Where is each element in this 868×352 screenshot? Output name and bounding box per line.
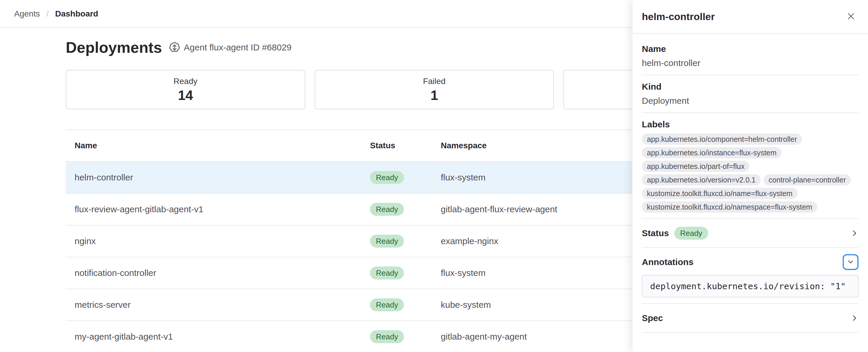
label-chip: kustomize.toolkit.fluxcd.io/namespace=fl… <box>642 201 817 213</box>
resource-details-drawer: helm-controller Name helm-controller Kin… <box>632 0 868 352</box>
section-spec-heading: Spec <box>642 313 663 324</box>
column-header-name: Name <box>66 141 370 150</box>
drawer-body: Name helm-controller Kind Deployment Lab… <box>632 34 868 333</box>
section-labels-heading: Labels <box>642 119 859 130</box>
section-spec[interactable]: Spec <box>642 304 859 333</box>
row-name-cell: my-agent-gitlab-agent-v1 <box>66 332 370 342</box>
row-name-cell: notification-controller <box>66 268 370 278</box>
section-name: Name helm-controller <box>642 37 859 75</box>
summary-card-value: 1 <box>431 88 438 102</box>
status-badge: Ready <box>370 266 404 280</box>
section-name-value: helm-controller <box>642 58 859 69</box>
summary-card: Ready 14 <box>66 70 305 109</box>
chevron-down-icon <box>847 258 854 266</box>
kubernetes-agent-icon <box>168 41 181 53</box>
annotations-collapse-button[interactable] <box>843 254 859 270</box>
close-button[interactable] <box>843 9 859 25</box>
status-badge: Ready <box>370 298 404 311</box>
agent-label: Agent flux-agent ID #68029 <box>184 42 291 53</box>
row-name-cell: helm-controller <box>66 172 370 183</box>
section-annotations: Annotations deployment.kubernetes.io/rev… <box>642 248 859 304</box>
status-badge: Ready <box>370 203 404 216</box>
drawer-header: helm-controller <box>632 0 868 34</box>
label-chip: control-plane=controller <box>764 174 851 186</box>
section-labels: Labels app.kubernetes.io/component=helm-… <box>642 113 859 219</box>
breadcrumb-agents[interactable]: Agents <box>14 9 40 19</box>
column-header-status: Status <box>370 141 441 150</box>
section-kind-value: Deployment <box>642 95 859 106</box>
annotations-code-block: deployment.kubernetes.io/revision: "1" <box>642 275 859 297</box>
labels-chip-rows: app.kubernetes.io/component=helm-control… <box>642 133 859 213</box>
chip-row: kustomize.toolkit.fluxcd.io/name=flux-sy… <box>642 188 798 199</box>
section-kind-heading: Kind <box>642 81 859 92</box>
row-status-cell: Ready <box>370 203 441 216</box>
chevron-right-icon[interactable] <box>850 229 859 237</box>
chip-row: app.kubernetes.io/instance=flux-system <box>642 147 782 158</box>
status-badge: Ready <box>370 235 404 248</box>
drawer-title: helm-controller <box>642 11 715 23</box>
close-icon <box>846 12 855 22</box>
section-name-heading: Name <box>642 43 859 55</box>
label-chip: app.kubernetes.io/version=v2.0.1 <box>642 174 761 186</box>
chip-row: kustomize.toolkit.fluxcd.io/namespace=fl… <box>642 201 817 213</box>
status-badge: Ready <box>370 330 404 343</box>
chip-row: app.kubernetes.io/component=helm-control… <box>642 133 802 145</box>
chip-row: app.kubernetes.io/part-of=flux <box>642 161 749 172</box>
row-status-cell: Ready <box>370 266 441 280</box>
row-name-cell: nginx <box>66 236 370 246</box>
row-status-cell: Ready <box>370 298 441 311</box>
section-status[interactable]: Status Ready <box>642 219 859 248</box>
row-name-cell: flux-review-agent-gitlab-agent-v1 <box>66 204 370 214</box>
breadcrumb-separator: / <box>46 9 49 19</box>
agent-info: Agent flux-agent ID #68029 <box>168 41 291 53</box>
summary-card-label: Failed <box>423 77 445 86</box>
page-title: Deployments <box>66 38 162 57</box>
row-status-cell: Ready <box>370 330 441 343</box>
section-status-heading: Status <box>642 228 669 239</box>
chip-row: app.kubernetes.io/version=v2.0.1control-… <box>642 174 851 186</box>
section-annotations-heading: Annotations <box>642 256 693 268</box>
row-status-cell: Ready <box>370 235 441 248</box>
row-status-cell: Ready <box>370 171 441 184</box>
label-chip: kustomize.toolkit.fluxcd.io/name=flux-sy… <box>642 188 798 199</box>
label-chip: app.kubernetes.io/instance=flux-system <box>642 147 782 158</box>
status-badge: Ready <box>370 171 404 184</box>
summary-card-label: Ready <box>174 77 197 86</box>
row-name-cell: metrics-server <box>66 300 370 310</box>
summary-card-value: 14 <box>178 88 193 102</box>
drawer-status-badge: Ready <box>674 227 708 240</box>
label-chip: app.kubernetes.io/part-of=flux <box>642 161 749 172</box>
breadcrumb-dashboard: Dashboard <box>55 9 98 19</box>
label-chip: app.kubernetes.io/component=helm-control… <box>642 133 802 145</box>
chevron-right-icon[interactable] <box>850 314 859 322</box>
section-kind: Kind Deployment <box>642 75 859 113</box>
summary-card: Failed 1 <box>315 70 554 109</box>
